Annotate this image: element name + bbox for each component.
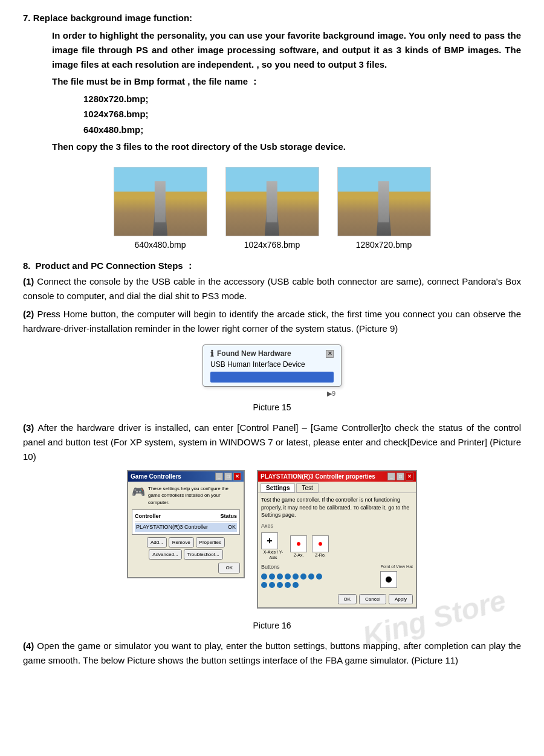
landscape-image-1024	[225, 167, 319, 236]
col-controller: Controller	[135, 512, 161, 520]
ps3-close-button[interactable]: ✕	[406, 473, 413, 480]
filename-2: 1024x768.bmp;	[83, 106, 521, 122]
btn-3	[277, 573, 283, 580]
popup-info-icon: ℹ	[210, 349, 213, 358]
btn-7	[308, 573, 314, 580]
step-4-prefix: (4)	[23, 641, 37, 651]
controllers-list: Controller Status PLAYSTATION(R)3 Contro…	[132, 509, 240, 535]
pov-dot	[386, 577, 392, 583]
buttons-grid	[261, 573, 322, 580]
row-status: OK	[228, 523, 236, 531]
image-label-1024: 1024x768.bmp	[244, 240, 300, 250]
ps3-titlebar: PLAYSTATION(R)3 Controller properties _ …	[258, 471, 416, 482]
buttons-label: Buttons	[261, 564, 280, 570]
popup-subtitle: USB Human Interface Device	[210, 360, 334, 369]
landscape-image-640	[114, 167, 207, 236]
step-4-text: (4) Open the game or simulator you want …	[23, 639, 521, 668]
add-button[interactable]: Add...	[147, 537, 167, 548]
images-row: 640x480.bmp 1024x768.bmp 1280x720.bmp	[23, 167, 521, 250]
popup-close-button[interactable]: ✕	[326, 350, 334, 358]
remove-button[interactable]: Remove	[169, 537, 194, 548]
zr-axis-label: Z-Ro.	[312, 552, 329, 558]
popup-taskbar-indicator: ▶9	[327, 390, 335, 398]
btn-2	[269, 573, 275, 580]
step-3-text: (3) After the hardware driver is install…	[23, 421, 521, 464]
image-label-640: 640x480.bmp	[135, 240, 186, 250]
section-8-number: 8.	[23, 260, 31, 271]
ps3-titlebar-buttons: _ □ ✕	[387, 473, 413, 480]
zr-axis-box	[312, 535, 329, 552]
bmp-filenames: 1280x720.bmp; 1024x768.bmp; 640x480.bmp;	[83, 91, 521, 138]
btn-10	[269, 582, 275, 588]
section-7-para2: The file must be in Bmp format , the fil…	[52, 74, 521, 88]
picture-15-caption: Picture 15	[253, 402, 291, 412]
game-controllers-screenshot: Game Controllers _ □ ✕ 🎮 These settings …	[127, 470, 245, 578]
btn-5	[293, 573, 299, 580]
troubleshoot-button[interactable]: Troubleshoot...	[184, 549, 223, 560]
ps3-title: PLAYSTATION(R)3 Controller properties	[261, 473, 375, 480]
image-block-640: 640x480.bmp	[114, 167, 207, 250]
advanced-button[interactable]: Advanced...	[149, 549, 181, 560]
z-axis-label: Z-Ax.	[290, 552, 307, 558]
test-tab[interactable]: Test	[296, 483, 318, 493]
btn-9	[261, 582, 267, 588]
image-block-1024: 1024x768.bmp	[225, 167, 319, 250]
game-controllers-content: 🎮 These settings help you configure the …	[128, 482, 244, 577]
ps3-desc: Test the game controller. If the control…	[261, 496, 413, 519]
close-button[interactable]: ✕	[233, 473, 241, 480]
settings-tab[interactable]: Settings	[261, 483, 295, 493]
step-2-text: (2) Press Home button, the computer will…	[23, 307, 521, 336]
joystick-icon: 🎮	[132, 485, 145, 499]
btn-1	[261, 573, 267, 580]
row-controller: PLAYSTATION(R)3 Controller	[136, 523, 208, 531]
section-7-para1: In order to highlight the personality, y…	[52, 28, 521, 72]
landscape-image-1280	[337, 167, 431, 236]
apply-button-right[interactable]: Apply	[389, 594, 413, 604]
btn-4	[285, 573, 291, 580]
filename-1: 1280x720.bmp;	[83, 91, 521, 107]
xy-axis-label: X-Axis / Y-Axis	[261, 549, 285, 561]
picture-15-container: Picture 15	[23, 399, 521, 412]
screenshots-row: Game Controllers _ □ ✕ 🎮 These settings …	[23, 470, 521, 609]
picture-16-caption: Picture 16	[253, 621, 291, 630]
buttons-grid-2	[261, 582, 322, 588]
section-8-header: 8. Product and PC Connection Steps ：	[23, 260, 521, 272]
image-block-1280: 1280x720.bmp	[337, 167, 431, 250]
hardware-popup-wrapper: ℹ Found New Hardware ✕ USB Human Interfa…	[23, 344, 521, 387]
ps3-minimize-button[interactable]: _	[387, 473, 395, 480]
xy-axis-box: +	[261, 532, 278, 549]
game-controllers-title: Game Controllers	[131, 473, 181, 480]
cancel-button-right[interactable]: Cancel	[359, 594, 386, 604]
step-3-content: After the hardware driver is installed, …	[23, 422, 521, 462]
ok-button-right[interactable]: OK	[338, 594, 357, 604]
picture-16-container: Picture 16	[23, 617, 521, 630]
filename-3: 640x480.bmp;	[83, 122, 521, 138]
hardware-popup: ℹ Found New Hardware ✕ USB Human Interfa…	[202, 344, 342, 387]
pov-hat-box	[380, 571, 397, 588]
pov-label: Point of View Hat	[380, 564, 413, 569]
ok-button-left[interactable]: OK	[218, 563, 240, 573]
step-1-text: (1) Connect the console by the USB cable…	[23, 274, 521, 303]
step-3-prefix: (3)	[23, 422, 37, 433]
section-7: 7. Replace background image function: In…	[23, 11, 521, 250]
section-8: 8. Product and PC Connection Steps ： (1)…	[23, 260, 521, 668]
ps3-maximize-button[interactable]: □	[397, 473, 404, 480]
maximize-button[interactable]: □	[224, 473, 232, 480]
section-7-para3: Then copy the 3 files to the root direct…	[52, 140, 521, 153]
ps3-controller-screenshot: PLAYSTATION(R)3 Controller properties _ …	[257, 470, 417, 609]
minimize-button[interactable]: _	[215, 473, 223, 480]
popup-progress-bar	[210, 372, 334, 383]
axes-label: Axes	[261, 523, 273, 529]
step-2-content: Press Home button, the computer will beg…	[23, 309, 521, 334]
step-1-content: Connect the console by the USB cable in …	[23, 276, 521, 301]
popup-title: Found New Hardware	[217, 349, 326, 358]
properties-button[interactable]: Properties	[196, 537, 225, 548]
axes-row: + X-Axis / Y-Axis Z-Ax. Z-Ro.	[261, 532, 413, 561]
titlebar-buttons: _ □ ✕	[215, 473, 241, 480]
btn-8	[316, 573, 322, 580]
game-controllers-desc: These settings help you configure the ga…	[148, 485, 240, 506]
btn-11	[277, 582, 283, 588]
image-label-1280: 1280x720.bmp	[356, 240, 412, 250]
btn-6	[300, 573, 306, 580]
step-4-content: Open the game or simulator you want to p…	[23, 641, 521, 665]
